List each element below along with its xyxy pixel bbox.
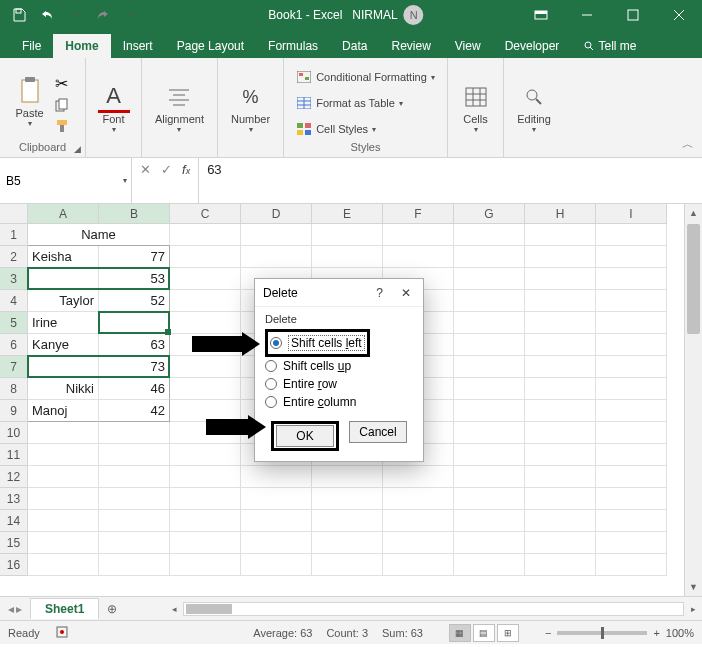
scroll-down-icon[interactable]: ▼ (685, 578, 702, 596)
cell[interactable] (596, 422, 667, 444)
cell[interactable] (454, 334, 525, 356)
number-button[interactable]: %Number▾ (231, 81, 270, 134)
cell[interactable] (383, 246, 454, 268)
qat-customize[interactable]: ▾ (120, 4, 142, 26)
col-header[interactable]: D (241, 204, 312, 224)
col-header[interactable]: G (454, 204, 525, 224)
cell[interactable]: 73 (99, 356, 170, 378)
cell[interactable] (525, 400, 596, 422)
editing-button[interactable]: Editing▾ (517, 81, 551, 134)
format-as-table-button[interactable]: Format as Table▾ (296, 92, 435, 114)
cell[interactable] (170, 224, 241, 246)
col-header[interactable]: F (383, 204, 454, 224)
radio-shift-cells-up[interactable]: Shift cells up (265, 357, 413, 375)
namebox-dropdown-icon[interactable]: ▾ (123, 176, 127, 185)
view-normal-icon[interactable]: ▦ (449, 624, 471, 642)
select-all-corner[interactable] (0, 204, 28, 224)
redo-icon[interactable] (92, 4, 114, 26)
cell[interactable]: 52 (99, 290, 170, 312)
cells-button[interactable]: Cells▾ (460, 81, 492, 134)
ok-button[interactable]: OK (276, 425, 334, 447)
font-button[interactable]: AFont▾ (98, 81, 130, 134)
cell[interactable] (596, 224, 667, 246)
zoom-level[interactable]: 100% (666, 627, 694, 639)
clipboard-launcher-icon[interactable]: ◢ (74, 144, 81, 154)
cell[interactable] (596, 378, 667, 400)
row-header[interactable]: 4 (0, 290, 28, 312)
cell[interactable]: Manoj (28, 400, 99, 422)
formula-content[interactable]: 63 (199, 158, 702, 203)
row-header[interactable]: 6 (0, 334, 28, 356)
dialog-help-icon[interactable]: ? (372, 286, 387, 300)
cell[interactable] (383, 224, 454, 246)
zoom-out-icon[interactable]: − (545, 627, 551, 639)
cell[interactable] (525, 246, 596, 268)
tab-file[interactable]: File (10, 34, 53, 58)
cell[interactable] (596, 268, 667, 290)
row-header[interactable]: 3 (0, 268, 28, 290)
maximize-icon[interactable] (610, 0, 656, 30)
cell[interactable] (596, 400, 667, 422)
cell[interactable] (28, 356, 99, 378)
cell[interactable] (525, 334, 596, 356)
cell[interactable] (28, 422, 99, 444)
tab-home[interactable]: Home (53, 34, 110, 58)
cell[interactable] (525, 356, 596, 378)
minimize-icon[interactable] (564, 0, 610, 30)
undo-dropdown[interactable]: ▾ (64, 4, 86, 26)
sheet-tab[interactable]: Sheet1 (30, 598, 99, 619)
add-sheet-icon[interactable]: ⊕ (99, 602, 125, 616)
col-header[interactable]: I (596, 204, 667, 224)
tab-view[interactable]: View (443, 34, 493, 58)
col-header[interactable]: A (28, 204, 99, 224)
cell[interactable]: 77 (99, 246, 170, 268)
row-header[interactable]: 2 (0, 246, 28, 268)
cell[interactable] (28, 268, 99, 290)
cell[interactable] (312, 224, 383, 246)
vertical-scrollbar[interactable]: ▲ ▼ (684, 204, 702, 596)
horizontal-scrollbar[interactable]: ◂ ▸ (165, 602, 702, 616)
sheet-nav[interactable]: ◂▸ (0, 602, 30, 616)
cell[interactable] (454, 422, 525, 444)
row-header[interactable]: 12 (0, 466, 28, 488)
row-header[interactable]: 5 (0, 312, 28, 334)
cell[interactable] (596, 246, 667, 268)
cell[interactable] (525, 312, 596, 334)
cell[interactable] (241, 246, 312, 268)
alignment-button[interactable]: Alignment▾ (155, 81, 204, 134)
row-header[interactable]: 16 (0, 554, 28, 576)
cancel-button[interactable]: Cancel (349, 421, 407, 443)
status-badge[interactable] (28, 444, 99, 466)
copy-icon[interactable] (52, 96, 72, 114)
scroll-thumb[interactable] (687, 224, 700, 334)
cell-styles-button[interactable]: Cell Styles▾ (296, 118, 435, 140)
cell[interactable] (454, 246, 525, 268)
row-header[interactable]: 9 (0, 400, 28, 422)
tab-review[interactable]: Review (379, 34, 442, 58)
view-page-layout-icon[interactable]: ▤ (473, 624, 495, 642)
cell[interactable] (525, 290, 596, 312)
scroll-left-icon[interactable]: ◂ (165, 604, 183, 614)
cell[interactable] (525, 268, 596, 290)
cell[interactable]: Kanye (28, 334, 99, 356)
cell[interactable] (525, 422, 596, 444)
row-header[interactable]: 15 (0, 532, 28, 554)
format-painter-icon[interactable] (52, 117, 72, 135)
tab-insert[interactable]: Insert (111, 34, 165, 58)
dialog-close-icon[interactable]: ✕ (397, 286, 415, 300)
view-page-break-icon[interactable]: ⊞ (497, 624, 519, 642)
cell[interactable] (454, 290, 525, 312)
cell[interactable] (596, 356, 667, 378)
cell[interactable] (170, 378, 241, 400)
cell[interactable]: 53 (99, 268, 170, 290)
cell[interactable] (454, 268, 525, 290)
cell[interactable] (454, 378, 525, 400)
cell[interactable] (312, 246, 383, 268)
row-header[interactable]: 7 (0, 356, 28, 378)
cell[interactable] (170, 356, 241, 378)
cell[interactable] (596, 290, 667, 312)
cell[interactable]: Irine (28, 312, 99, 334)
radio-entire-row[interactable]: Entire row (265, 375, 413, 393)
paste-dropdown[interactable]: ▾ (28, 119, 32, 128)
collapse-ribbon-icon[interactable]: ︿ (682, 136, 694, 153)
